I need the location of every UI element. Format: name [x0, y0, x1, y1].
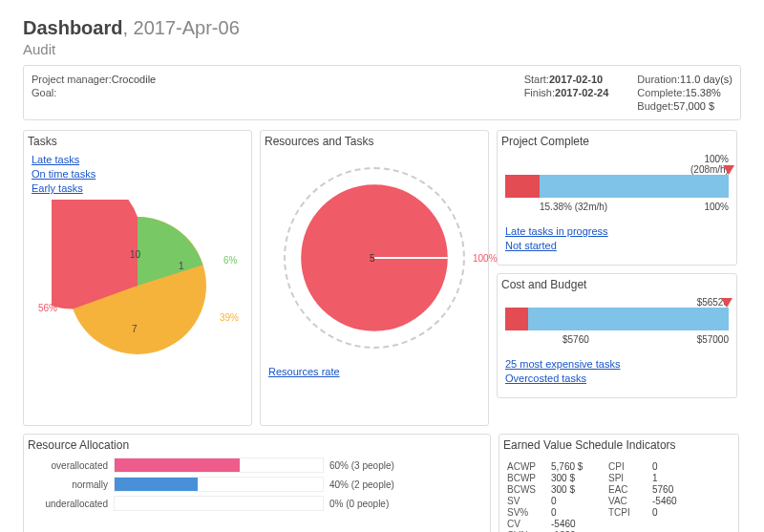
link-expensive-tasks[interactable]: 25 most expensive tasks — [505, 358, 729, 370]
evm-panel: Earned Value Schedule Indicators ACWP5,7… — [499, 434, 739, 532]
complete-value: 15.38% — [685, 87, 720, 98]
pie-label-ontime-n: 7 — [132, 324, 138, 334]
pie-label-late-pct: 56% — [38, 303, 57, 313]
link-overcosted[interactable]: Overcosted tasks — [505, 372, 729, 384]
cb-top: $56528 — [505, 297, 729, 308]
ra-row-normal: normally 40% (2 people) — [32, 477, 482, 492]
resource-allocation-panel: Resource Allocation overallocated 60% (3… — [23, 434, 491, 532]
cb-title: Cost and Budget — [501, 278, 732, 291]
ra-title: Resource Allocation — [28, 438, 486, 452]
cb-below-right: $57000 — [697, 334, 729, 345]
cost-budget-panel: Cost and Budget $56528 $5760 $57000 25 m… — [497, 273, 737, 398]
link-late-tasks[interactable]: Late tasks — [32, 154, 244, 165]
evm-table: ACWP5,760 $CPI0 BCWP300 $SPI1 BCWS300 $E… — [507, 458, 731, 532]
link-not-started[interactable]: Not started — [505, 240, 729, 251]
ra-row-over: overallocated 60% (3 people) — [32, 458, 482, 473]
finish-value: 2017-02-24 — [555, 87, 608, 98]
resources-panel: Resources and Tasks 5 100% Resources rat… — [260, 130, 489, 426]
start-value: 2017-02-10 — [549, 74, 603, 85]
tasks-title: Tasks — [28, 135, 247, 148]
page-subtitle: Audit — [23, 41, 741, 57]
pm-label: Project manager: — [32, 74, 112, 85]
complete-label: Complete: — [637, 87, 685, 98]
pie-label-ontime-pct: 39% — [220, 312, 239, 323]
project-complete-panel: Project Complete 100% (208m/h) 15.38% (3… — [497, 130, 737, 266]
res-pie-pct: 100% — [473, 253, 498, 264]
budget-label: Budget: — [637, 100, 673, 112]
resources-title: Resources and Tasks — [265, 135, 484, 148]
link-late-in-progress[interactable]: Late tasks in progress — [505, 225, 729, 237]
title-text: Dashboard — [23, 17, 122, 38]
finish-label: Finish: — [524, 87, 555, 98]
ra-row-under: underallocated 0% (0 people) — [32, 496, 482, 511]
pie-label-early-pct: 6% — [223, 255, 237, 266]
start-label: Start: — [524, 74, 549, 85]
res-pie-center: 5 — [370, 253, 375, 264]
pm-value: Crocodile — [112, 74, 156, 85]
pie-label-late-n: 10 — [130, 249, 140, 260]
cb-bar — [505, 308, 729, 330]
pc-bar — [505, 175, 729, 198]
pc-below-right: 100% — [704, 202, 729, 212]
link-resources-rate[interactable]: Resources rate — [268, 366, 340, 377]
tasks-pie: 10 7 1 56% 39% 6% — [52, 200, 223, 372]
goal-label: Goal: — [32, 87, 56, 98]
pc-top-b: (208m/h) — [505, 164, 729, 175]
resources-pie: 5 100% — [284, 167, 465, 349]
pc-below-left: 15.38% (32m/h) — [540, 202, 607, 212]
budget-value: 57,000 $ — [673, 100, 714, 112]
tasks-panel: Tasks Late tasks On time tasks Early tas… — [23, 130, 252, 426]
pie-label-early-n: 1 — [179, 261, 184, 271]
pc-top-a: 100% — [505, 154, 729, 164]
cb-below-left: $5760 — [562, 334, 589, 345]
title-date: , 2017-Apr-06 — [122, 17, 239, 38]
page-title: Dashboard, 2017-Apr-06 — [23, 17, 741, 39]
pc-title: Project Complete — [501, 135, 732, 148]
project-meta-panel: Project manager:Crocodile Goal: Start:20… — [23, 65, 741, 120]
duration-value: 11.0 day(s) — [680, 74, 732, 85]
link-ontime-tasks[interactable]: On time tasks — [32, 168, 244, 180]
link-early-tasks[interactable]: Early tasks — [32, 182, 244, 194]
evm-title: Earned Value Schedule Indicators — [503, 438, 734, 452]
duration-label: Duration: — [637, 74, 680, 85]
